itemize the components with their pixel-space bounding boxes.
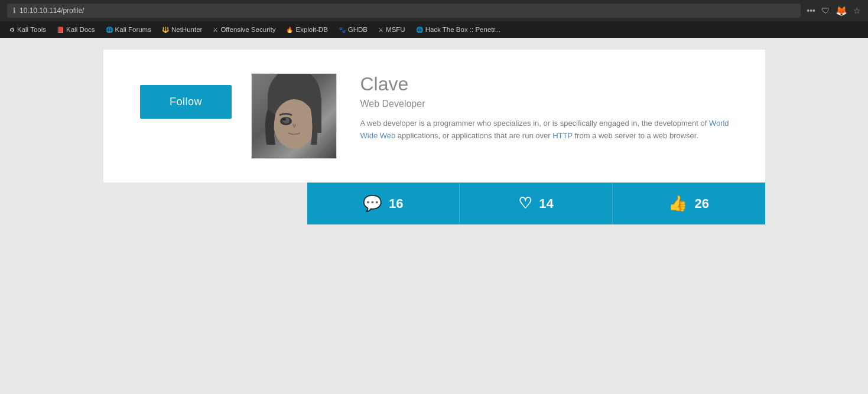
messages-count: 16 xyxy=(389,196,403,211)
kali-tools-icon: ⚙ xyxy=(9,27,15,33)
avatar-image xyxy=(252,74,337,159)
bookmark-label: Hack The Box :: Penetr... xyxy=(425,26,501,33)
kali-docs-icon: 📕 xyxy=(57,27,64,33)
bookmark-exploit-db[interactable]: 🔥 Exploit-DB xyxy=(281,25,332,34)
bookmark-msfu[interactable]: ⚔ MSFU xyxy=(373,25,410,34)
bookmark-label: Offensive Security xyxy=(220,26,275,33)
follow-section: Follow xyxy=(139,73,233,119)
bookmark-label: NetHunter xyxy=(171,26,202,33)
profile-name: Clave xyxy=(360,73,730,95)
http-link[interactable]: HTTP xyxy=(552,131,573,140)
bookmark-label: Kali Docs xyxy=(66,26,95,33)
bookmark-label: Kali Forums xyxy=(115,26,151,33)
svg-rect-7 xyxy=(252,74,337,159)
hackthebox-icon: 🌐 xyxy=(416,27,423,33)
kali-forums-icon: 🌐 xyxy=(106,27,113,33)
address-bar[interactable]: ℹ 10.10.10.114/profile/ xyxy=(7,4,801,18)
profile-image-section xyxy=(251,73,337,159)
messages-stat: 💬 16 xyxy=(307,183,460,224)
url-text: 10.10.10.114/profile/ xyxy=(19,6,84,15)
browser-toolbar: ••• 🛡 🦊 ☆ xyxy=(807,5,861,17)
likes-count: 14 xyxy=(539,196,553,211)
offensive-security-icon: ⚔ xyxy=(213,27,218,33)
msfu-icon: ⚔ xyxy=(378,27,383,33)
likes-stat: ♡ 14 xyxy=(460,183,613,224)
bookmark-label: Kali Tools xyxy=(17,26,46,33)
bookmark-nethunter[interactable]: 🔱 NetHunter xyxy=(157,25,207,34)
bookmark-kali-forums[interactable]: 🌐 Kali Forums xyxy=(101,25,156,34)
bookmarks-bar: ⚙ Kali Tools 📕 Kali Docs 🌐 Kali Forums 🔱… xyxy=(0,21,868,38)
exploit-db-icon: 🔥 xyxy=(286,27,293,33)
more-icon[interactable]: ••• xyxy=(807,6,815,15)
shield-icon: 🛡 xyxy=(821,6,830,15)
stats-bar: 💬 16 ♡ 14 👍 26 xyxy=(307,183,765,224)
star-icon[interactable]: ☆ xyxy=(853,6,861,15)
bookmark-ghdb[interactable]: 🐾 GHDB xyxy=(334,25,372,34)
ghdb-icon: 🐾 xyxy=(339,27,346,33)
firefox-icon: 🦊 xyxy=(836,5,847,17)
bookmark-label: GHDB xyxy=(348,26,368,33)
profile-avatar xyxy=(251,73,337,159)
bookmark-kali-tools[interactable]: ⚙ Kali Tools xyxy=(5,25,51,34)
profile-description: A web developer is a programmer who spec… xyxy=(360,118,730,142)
bookmark-kali-docs[interactable]: 📕 Kali Docs xyxy=(52,25,100,34)
page-content: Follow xyxy=(0,38,868,380)
profile-info: Clave Web Developer A web developer is a… xyxy=(355,73,730,142)
bookmark-label: Exploit-DB xyxy=(295,26,327,33)
profile-title: Web Developer xyxy=(360,99,730,109)
thumbsup-stat: 👍 26 xyxy=(613,183,765,224)
bookmark-hackthebox[interactable]: 🌐 Hack The Box :: Penetr... xyxy=(411,25,506,34)
messages-icon: 💬 xyxy=(363,194,382,213)
bookmark-label: MSFU xyxy=(386,26,405,33)
thumbsup-icon: 👍 xyxy=(668,194,687,213)
browser-chrome: ℹ 10.10.10.114/profile/ ••• 🛡 🦊 ☆ xyxy=(0,0,868,21)
thumbsup-count: 26 xyxy=(694,196,708,211)
profile-card: Follow xyxy=(103,50,765,183)
world-wide-web-link[interactable]: World Wide Web xyxy=(360,119,729,140)
nethunter-icon: 🔱 xyxy=(162,27,169,33)
follow-button[interactable]: Follow xyxy=(140,85,232,119)
bookmark-offensive-security[interactable]: ⚔ Offensive Security xyxy=(208,25,280,34)
likes-icon: ♡ xyxy=(518,194,532,213)
info-icon: ℹ xyxy=(13,6,16,15)
